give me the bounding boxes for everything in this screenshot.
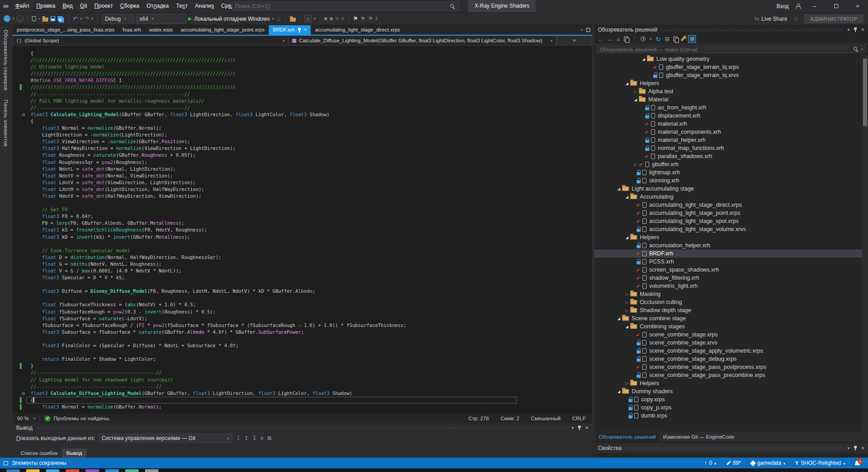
close-button[interactable]: × [850, 0, 865, 12]
menu-Проект[interactable]: Проект [91, 0, 117, 12]
menu-Правка[interactable]: Правка [33, 0, 59, 12]
menu-Отладка[interactable]: Отладка [143, 0, 172, 12]
tab-pin-icon[interactable] [298, 28, 301, 32]
output-panel-header[interactable]: Вывод ▾ × [13, 423, 592, 432]
float-window-icon[interactable] [586, 28, 590, 32]
tree-item-skinning.xrh[interactable]: skinning.xrh [594, 177, 862, 185]
menu-Файл[interactable]: Файл [12, 0, 33, 12]
previous-message-icon[interactable]: ↥ [244, 435, 249, 441]
navigate-forward-icon[interactable]: → [17, 15, 23, 22]
clear-output-icon[interactable]: ≡ [260, 435, 263, 441]
tree-item-scene_combine_stage_apply_volumetric.xrps[interactable]: scene_combine_stage_apply_volumetric.xrp… [594, 347, 862, 355]
menu-Вид[interactable]: Вид [59, 0, 77, 12]
navigate-back-icon[interactable]: ← [4, 15, 10, 22]
indent-icon[interactable]: ≡ [324, 13, 328, 25]
editor-tab-fxaa.xrh[interactable]: fxaa.xrh [118, 25, 145, 35]
tree-item-Helpers[interactable]: ◢Helpers [594, 233, 862, 241]
bottom-tab-Вывод[interactable]: Вывод [62, 449, 87, 458]
bookmark-next-icon[interactable]: ⚑ [368, 13, 373, 25]
editor-tab-BRDF.xrh[interactable]: BRDF.xrh× [269, 25, 311, 35]
start-debugging-button[interactable]: Локальный отладчик Windows [194, 16, 270, 22]
tree-item-Accumulating[interactable]: ◢Accumulating [594, 193, 862, 201]
status-encoding[interactable]: Смешанный [531, 416, 561, 421]
repository-picker[interactable]: gamedata ▴ [751, 460, 785, 466]
document-list-dropdown-icon[interactable]: ▾ [581, 28, 583, 32]
taskbar-icon-5[interactable] [105, 469, 119, 472]
editor-tab-accumulating_light_stage_direct.xrps[interactable]: accumulating_light_stage_direct.xrps [311, 25, 404, 35]
solution-tree-scrollbar[interactable] [862, 55, 868, 431]
tree-item-scene_combine_stage_pass_precombine.xrps[interactable]: scene_combine_stage_pass_precombine.xrps [594, 371, 862, 379]
tree-item-accumulating_light_stage_point.xrps[interactable]: ✔accumulating_light_stage_point.xrps [594, 209, 862, 217]
tree-item-Occlusion culling[interactable]: ▷Occlusion culling [594, 298, 862, 306]
tree-item-scene_combine_stage.xrps[interactable]: ✔scene_combine_stage.xrps [594, 331, 862, 339]
tree-item-shadow_filtering.xrh[interactable]: ✔shadow_filtering.xrh [594, 274, 862, 282]
uncomment-icon[interactable]: ≡ [341, 13, 345, 25]
health-status-text[interactable]: Проблемы не найдены. [54, 416, 110, 421]
output-pin-icon[interactable] [578, 426, 581, 430]
se-pending-changes-filter-icon[interactable] [641, 36, 646, 41]
navigate-home-icon[interactable]: ⌂ [304, 15, 312, 23]
tree-item-copy.xrps[interactable]: copy.xrps [594, 395, 862, 404]
tree-item-PCSS.xrh[interactable]: PCSS.xrh [594, 258, 862, 266]
status-line-endings[interactable]: CRLF [572, 416, 586, 421]
restore-button[interactable] [828, 0, 844, 12]
menu-Сборка[interactable]: Сборка [117, 0, 143, 12]
save-all-icon[interactable] [58, 16, 63, 21]
new-file-dropdown-icon[interactable]: ▾ [38, 17, 40, 21]
editor-tab-postprocess_stage_...sing_pass_fxaa.xrps[interactable]: postprocess_stage_...sing_pass_fxaa.xrps [13, 25, 118, 35]
expander-expanded-icon[interactable]: ◢ [624, 236, 630, 240]
output-options-icon[interactable]: ▾ [571, 426, 574, 430]
solution-explorer-header[interactable]: Обозреватель решений ▾ × [594, 25, 868, 34]
output-close-icon[interactable]: × [585, 425, 588, 431]
taskbar-icon-3[interactable] [66, 469, 79, 472]
quick-search-input[interactable] [232, 3, 450, 9]
expander-collapsed-icon[interactable]: ▷ [624, 300, 630, 304]
se-switch-views-icon[interactable] [624, 36, 628, 42]
tree-item-gbuffer_stage_terrain_lq.xrvs[interactable]: gbuffer_stage_terrain_lq.xrvs [594, 71, 862, 79]
tree-item-Material[interactable]: ◢Material [594, 95, 862, 104]
tree-item-ao_from_height.xrh[interactable]: ao_from_height.xrh [594, 104, 862, 112]
props-close-icon[interactable]: × [861, 445, 864, 451]
solution-search-box[interactable]: ▾ [597, 45, 866, 53]
notifications-bell-icon[interactable]: 1 [855, 461, 860, 465]
start-debugging-icon[interactable]: ▶ [188, 16, 192, 22]
live-share-button[interactable]: ⇆Live Share [754, 13, 787, 25]
platform-dropdown[interactable]: x64▾ [136, 14, 186, 24]
tree-item-Scene combine stage[interactable]: ◢Scene combine stage [594, 314, 862, 322]
sidebar-item-server-explorer[interactable]: Обозреватель серверов [3, 25, 9, 95]
code-editor[interactable]: {///////////////////////////////////////… [13, 45, 556, 413]
properties-header[interactable]: Свойства ▾ × [594, 443, 868, 453]
status-column-number[interactable]: Симв: 2 [501, 416, 520, 421]
expander-expanded-icon[interactable]: ◢ [624, 195, 630, 199]
outgoing-commits-button[interactable]: ↑ 0 ▴ [704, 460, 716, 466]
tab-close-icon[interactable]: × [304, 25, 307, 35]
se-filter-dropdown-icon[interactable]: ▾ [650, 37, 651, 41]
tree-item-Helpers[interactable]: ▷Helpers [594, 379, 862, 387]
redo-dropdown-icon[interactable]: ▾ [91, 17, 93, 21]
undo-dropdown-icon[interactable]: ▾ [80, 17, 82, 21]
tree-item-Helpers[interactable]: ◢Helpers [594, 79, 862, 87]
redo-icon[interactable]: ↷ [84, 13, 89, 25]
taskbar-icon-1[interactable] [26, 469, 40, 472]
fold-collapse-icon[interactable]: ⊟ [22, 111, 25, 118]
panel-tab-Обозреватель решений[interactable]: Обозреватель решений [595, 432, 660, 441]
se-back-icon[interactable]: ← [598, 36, 603, 42]
undo-icon[interactable]: ↶ [73, 13, 78, 25]
configuration-dropdown[interactable]: Debug▾ [102, 14, 134, 24]
se-collapse-all-icon[interactable]: ⊟ [665, 36, 669, 42]
comment-icon[interactable]: ≡ [335, 13, 339, 25]
fold-collapse-icon[interactable]: ⊟ [22, 390, 25, 397]
member-dropdown[interactable]: Calculate_Diffuse_Lighting_Model(GBuffer… [289, 36, 556, 45]
expander-expanded-icon[interactable]: ◢ [624, 325, 630, 329]
output-source-dropdown[interactable]: Система управления версиями — Git▾ [99, 434, 232, 443]
tree-item-parallax_shadows.xrh[interactable]: ✔parallax_shadows.xrh [594, 152, 862, 160]
tree-item-scene_combine_stage_debug.xrps[interactable]: scene_combine_stage_debug.xrps [594, 355, 862, 363]
se-pin-icon[interactable] [854, 27, 857, 32]
expander-collapsed-icon[interactable]: ▷ [624, 309, 630, 313]
toolbar-overflow-icon[interactable]: ▾ [375, 17, 377, 21]
expander-expanded-icon[interactable]: ◢ [615, 390, 622, 394]
sign-in-button[interactable]: Вход [777, 3, 789, 9]
find-message-icon[interactable]: ↧ [236, 435, 240, 441]
tree-item-Combining stages[interactable]: ◢Combining stages [594, 322, 862, 331]
minimize-button[interactable]: – [807, 0, 822, 12]
